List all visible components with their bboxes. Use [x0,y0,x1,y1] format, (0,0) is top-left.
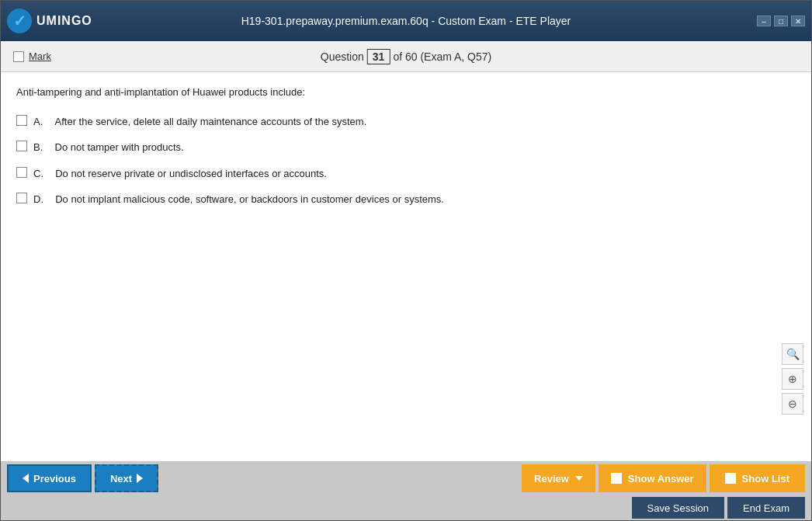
option-b-checkbox[interactable] [16,141,27,151]
question-label: Question [321,50,364,63]
question-number-area: Question 31 of 60 (Exam A, Q57) [321,49,491,64]
next-button[interactable]: Next [95,464,158,492]
save-session-button[interactable]: Save Session [632,497,725,519]
nav-row: Previous Next Review Show Answer Show Li… [1,461,811,495]
titlebar: ✓ UMINGO H19-301.prepaway.premium.exam.6… [1,1,811,41]
question-number: 31 [367,49,390,64]
save-session-label: Save Session [647,502,710,514]
option-d: D. Do not implant malicious code, softwa… [16,192,796,207]
show-answer-label: Show Answer [628,473,694,485]
chevron-down-icon [575,476,583,481]
option-c-checkbox[interactable] [16,167,27,178]
question-of-text: of 60 (Exam A, Q57) [393,50,491,63]
show-answer-icon [611,473,622,484]
maximize-button[interactable]: □ [774,16,788,26]
option-d-letter: D. [33,192,49,207]
bottom-bar: Previous Next Review Show Answer Show Li… [1,461,811,520]
previous-label: Previous [33,473,76,485]
app-logo: ✓ UMINGO [7,9,92,33]
show-answer-button[interactable]: Show Answer [599,464,706,492]
option-d-checkbox[interactable] [16,193,27,203]
option-b-letter: B. [33,140,49,155]
option-a-letter: A. [33,114,49,130]
content-area: Anti-tampering and anti-implantation of … [1,72,811,461]
show-list-button[interactable]: Show List [710,464,805,492]
option-a: A. After the service, delete all daily m… [16,114,796,130]
option-c: C. Do not reserve private or undisclosed… [16,166,796,182]
app-window: ✓ UMINGO H19-301.prepaway.premium.exam.6… [0,0,812,521]
window-controls: – □ ✕ [757,16,805,26]
option-b-text: Do not tamper with products. [55,140,184,155]
question-header: Mark Question 31 of 60 (Exam A, Q57) [1,41,811,72]
right-tools: 🔍 ⊕ ⊖ [782,343,803,415]
review-button[interactable]: Review [522,464,595,492]
option-c-text: Do not reserve private or undisclosed in… [55,166,327,182]
option-a-checkbox[interactable] [16,115,27,126]
mark-checkbox[interactable] [13,51,24,62]
show-list-icon [725,473,736,484]
logo-icon: ✓ [7,9,32,33]
option-c-letter: C. [33,166,49,182]
action-row: Save Session End Exam [1,495,811,520]
logo-text: UMINGO [36,14,92,28]
mark-label[interactable]: Mark [29,50,51,62]
previous-button[interactable]: Previous [7,464,92,492]
mark-area: Mark [13,50,51,62]
window-title: H19-301.prepaway.premium.exam.60q - Cust… [241,15,571,27]
end-exam-label: End Exam [743,502,789,514]
review-label: Review [534,473,569,485]
end-exam-button[interactable]: End Exam [727,497,805,519]
arrow-left-icon [23,474,29,483]
close-button[interactable]: ✕ [791,16,805,26]
show-list-label: Show List [742,473,789,485]
search-button[interactable]: 🔍 [782,343,803,365]
minimize-button[interactable]: – [757,16,771,26]
zoom-out-button[interactable]: ⊖ [782,393,803,415]
option-a-text: After the service, delete all daily main… [55,114,367,130]
option-d-text: Do not implant malicious code, software,… [55,192,444,207]
next-label: Next [110,473,132,485]
arrow-right-icon [137,474,143,483]
check-icon: ✓ [13,12,26,30]
question-text: Anti-tampering and anti-implantation of … [16,85,796,100]
zoom-in-button[interactable]: ⊕ [782,368,803,390]
option-b: B. Do not tamper with products. [16,140,796,155]
